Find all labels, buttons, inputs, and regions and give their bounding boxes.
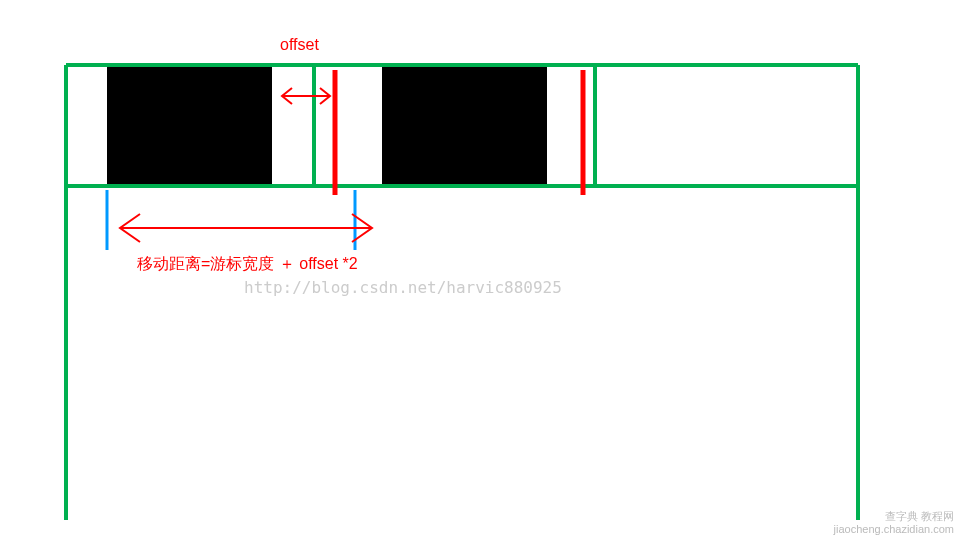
watermark-url: http://blog.csdn.net/harvic880925 <box>244 278 562 297</box>
cursor-block-1 <box>107 67 272 186</box>
watermark-corner-line1: 查字典 教程网 <box>834 510 954 523</box>
offset-label: offset <box>280 36 319 54</box>
watermark-corner-line2: jiaocheng.chazidian.com <box>834 523 954 536</box>
move-distance-label: 移动距离=游标宽度 ＋ offset *2 <box>137 254 358 275</box>
cursor-block-2 <box>382 67 547 186</box>
watermark-corner: 查字典 教程网 jiaocheng.chazidian.com <box>834 510 954 536</box>
